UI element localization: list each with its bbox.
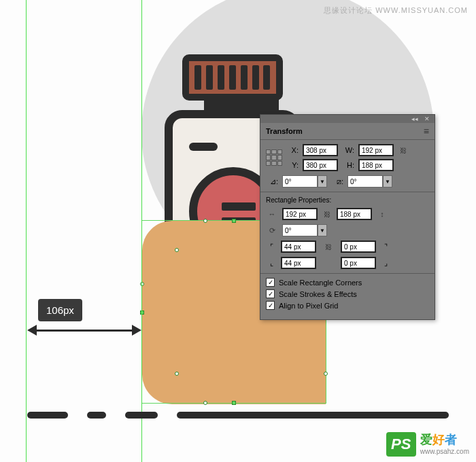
transform-panel[interactable]: ◂◂ ✕ Transform ≡ X: 308 px W: 192 px ⛓ Y… (260, 114, 435, 320)
guide-vertical[interactable] (141, 0, 142, 462)
scale-corners-label: Scale Rectangle Corners (279, 279, 362, 287)
rect-rotation-input[interactable]: 0° (282, 224, 318, 236)
anchor-point[interactable] (203, 401, 207, 405)
rotation-dropdown[interactable]: ▼ (318, 175, 327, 188)
rotate-icon: ⟳ (266, 224, 278, 236)
width-input[interactable]: 192 px (358, 144, 394, 156)
panel-menu-button[interactable]: ≡ (424, 126, 429, 137)
angle-label: ⊿: (266, 177, 278, 186)
bottle-mark (189, 143, 218, 151)
corner-tr-icon: ⌝ (380, 241, 391, 252)
panel-titlebar[interactable]: ◂◂ ✕ (260, 115, 435, 123)
measurement-arrow (27, 325, 141, 336)
bottle-cap (182, 54, 283, 101)
anchor-point[interactable] (175, 248, 179, 252)
side-handle[interactable] (232, 401, 236, 405)
ground-line (27, 409, 462, 416)
label-line (222, 202, 256, 211)
link-corners-button[interactable]: ⛓ (320, 243, 337, 251)
corner-tr-input[interactable]: 0 px (341, 241, 376, 253)
x-input[interactable]: 308 px (303, 144, 338, 156)
corner-tl-input[interactable]: 44 px (281, 241, 316, 253)
h-label: H: (342, 161, 354, 169)
shear-dropdown[interactable]: ▼ (383, 175, 392, 188)
corner-br-icon: ⌟ (380, 257, 391, 268)
height-input[interactable]: 188 px (358, 159, 394, 171)
rect-rotation-dropdown[interactable]: ▼ (318, 224, 327, 236)
arrow-right-icon (132, 325, 141, 336)
height-icon: ↕ (376, 208, 388, 220)
rotation-input[interactable]: 0° (282, 175, 318, 188)
scale-corners-checkbox[interactable]: ✓ (266, 278, 275, 287)
anchor-point[interactable] (324, 372, 328, 376)
panel-collapse-button[interactable]: ◂◂ (410, 116, 420, 122)
corner-bl-input[interactable]: 44 px (281, 257, 316, 269)
y-label: Y: (286, 161, 299, 169)
rectangle-properties-label: Rectangle Properties: (266, 196, 429, 204)
scale-strokes-label: Scale Strokes & Effects (279, 290, 357, 298)
link-dimensions-button[interactable]: ⛓ (322, 211, 333, 218)
corner-br-input[interactable]: 0 px (341, 257, 376, 269)
panel-title: Transform (266, 127, 303, 135)
width-icon: ↔ (266, 208, 278, 220)
align-pixel-label: Align to Pixel Grid (279, 302, 338, 310)
scale-strokes-checkbox[interactable]: ✓ (266, 289, 275, 298)
center-handle[interactable] (232, 219, 236, 223)
shear-label: ⧄: (331, 177, 343, 186)
anchor-point[interactable] (203, 219, 207, 223)
watermark-logo: PS 爱好者 www.psahz.com (386, 432, 469, 457)
anchor-point[interactable] (140, 282, 144, 286)
watermark-text: 思缘设计论坛 WWW.MISSYUAN.COM (324, 5, 468, 16)
y-input[interactable]: 380 px (303, 159, 338, 171)
panel-tab-transform[interactable]: Transform ≡ (260, 123, 435, 140)
constrain-proportions-button[interactable]: ⛓ (398, 147, 409, 154)
x-label: X: (286, 146, 299, 154)
corner-bl-icon: ⌞ (266, 257, 277, 268)
anchor-point[interactable] (175, 372, 179, 376)
side-handle[interactable] (140, 310, 144, 315)
shear-input[interactable]: 0° (347, 175, 383, 188)
guide-vertical[interactable] (26, 0, 27, 462)
ps-logo-icon: PS (386, 432, 416, 457)
panel-close-button[interactable]: ✕ (422, 116, 432, 122)
measurement-label: 106px (38, 299, 82, 321)
rect-width-input[interactable]: 192 px (282, 208, 318, 220)
rect-height-input[interactable]: 188 px (337, 208, 372, 220)
corner-tl-icon: ⌜ (266, 241, 277, 252)
align-pixel-checkbox[interactable]: ✓ (266, 301, 275, 310)
w-label: W: (342, 146, 354, 154)
reference-point-selector[interactable] (266, 149, 282, 166)
